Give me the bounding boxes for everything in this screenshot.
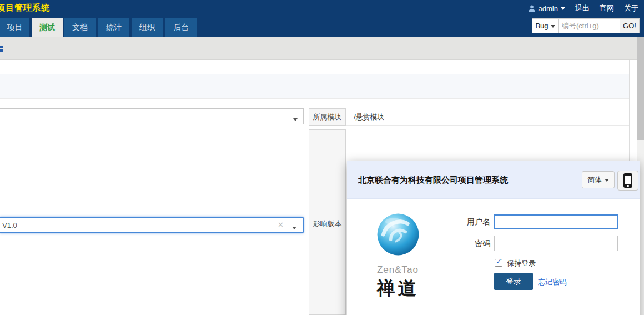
- logo-text-en: Zen&Tao: [347, 264, 449, 276]
- text-cursor: [500, 217, 500, 226]
- user-menu: admin 退出 官网 关于: [528, 0, 638, 17]
- module-value[interactable]: /悬赏模块: [346, 108, 629, 126]
- affected-version-input[interactable]: [2, 218, 246, 232]
- scrollbar-thumb[interactable]: [637, 37, 644, 140]
- tab-project[interactable]: 项目: [0, 18, 29, 37]
- language-label: 简体: [587, 175, 602, 185]
- chevron-down-icon: [293, 118, 298, 123]
- quick-search: Bug GO!: [532, 18, 640, 33]
- clipped-menu-item[interactable]: [0, 46, 3, 53]
- chevron-down-icon[interactable]: [292, 227, 296, 232]
- left-form-select[interactable]: [0, 108, 304, 124]
- user-icon: [528, 4, 536, 12]
- login-modal-header: 北京联合有为科技有限公司项目管理系统 简体: [347, 161, 640, 199]
- user-dropdown[interactable]: admin: [528, 4, 565, 13]
- search-input[interactable]: [558, 18, 620, 33]
- login-modal: 北京联合有为科技有限公司项目管理系统 简体: [347, 161, 640, 315]
- tab-test[interactable]: 测试: [32, 18, 63, 37]
- affected-version-label-cell: 影响版本: [309, 129, 346, 315]
- about-link[interactable]: 关于: [624, 3, 638, 13]
- phone-icon: [623, 173, 632, 188]
- topbar: 项目管理系统 admin 退出 官网 关于: [0, 0, 644, 17]
- chevron-down-icon: [561, 7, 565, 12]
- tab-organization[interactable]: 组织: [132, 18, 163, 37]
- chevron-down-icon: [551, 25, 555, 30]
- affected-version-combo[interactable]: ✕: [0, 217, 304, 233]
- username-label: 用户名: [430, 217, 490, 227]
- main-nav: 项目 测试 文档 统计 组织 后台 Bug GO!: [0, 17, 644, 37]
- chevron-down-icon: [605, 179, 609, 184]
- search-type-dropdown[interactable]: Bug: [532, 18, 558, 33]
- logout-link[interactable]: 退出: [575, 3, 590, 13]
- username-input[interactable]: [494, 214, 618, 229]
- login-button[interactable]: 登录: [494, 273, 533, 290]
- password-input[interactable]: [494, 236, 618, 251]
- language-dropdown[interactable]: 简体: [582, 171, 615, 188]
- login-modal-title: 北京联合有为科技有限公司项目管理系统: [358, 161, 508, 199]
- tab-doc[interactable]: 文档: [64, 18, 96, 37]
- username-text: admin: [539, 4, 558, 13]
- keep-login-label: 保持登录: [507, 258, 536, 268]
- form-header-panel: [0, 74, 629, 99]
- logo-text-cn: 禅道: [347, 276, 449, 301]
- checkmark-icon: ✓: [496, 257, 502, 266]
- official-site-link[interactable]: 官网: [600, 3, 614, 13]
- keep-login-checkbox[interactable]: ✓: [495, 259, 502, 267]
- module-label: 所属模块: [309, 108, 346, 126]
- affected-version-label: 影响版本: [309, 219, 345, 229]
- zentao-sphere-icon: [376, 213, 420, 256]
- tab-report[interactable]: 统计: [98, 18, 129, 37]
- search-go-button[interactable]: GO!: [620, 18, 640, 33]
- menubar: [0, 37, 644, 60]
- app-screen: 项目管理系统 admin 退出 官网 关于 项目 测试 文档 统计 组织 后台 …: [0, 0, 644, 315]
- app-title: 项目管理系统: [0, 3, 50, 13]
- search-type-label: Bug: [535, 22, 548, 30]
- clear-icon[interactable]: ✕: [278, 221, 284, 229]
- mobile-version-button[interactable]: [617, 171, 638, 191]
- forgot-password-link[interactable]: 忘记密码: [538, 277, 567, 287]
- password-label: 密码: [430, 239, 490, 249]
- tab-admin[interactable]: 后台: [165, 18, 197, 37]
